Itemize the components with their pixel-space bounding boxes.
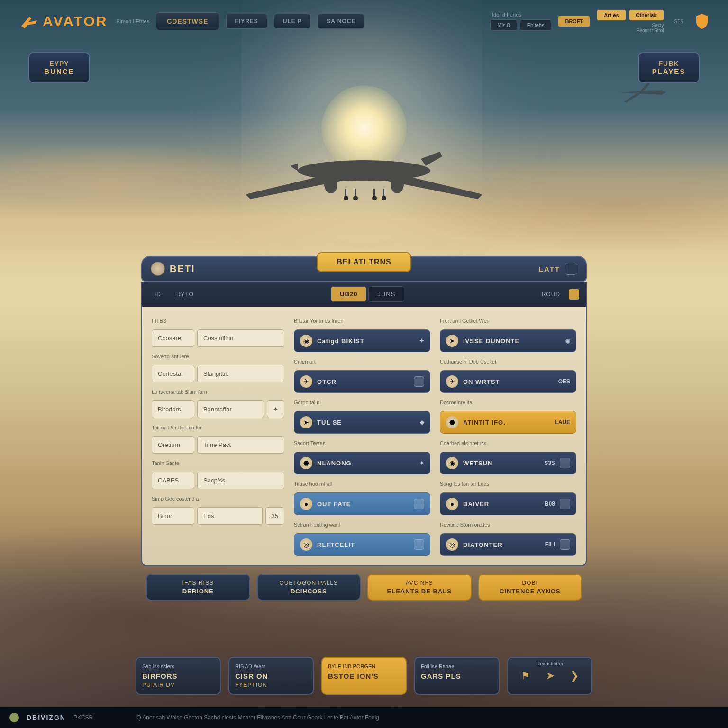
foot-ouetogon[interactable]: OUETOGON PALLSDCIHCOSS (257, 574, 361, 601)
card-birfors[interactable]: Sag iss sciersBIRFORSPUIAIR DV (136, 657, 221, 695)
page-footer: DBIVIZGN PKCSR Q Anor sah Whise Gecton S… (0, 707, 728, 728)
hero-plane (222, 114, 506, 209)
row-otcr[interactable]: ✈OTCR (294, 370, 430, 393)
bird-icon (19, 12, 38, 31)
field-cossmilinn[interactable]: Cossmilinn (197, 329, 284, 347)
field-birodors[interactable]: Birodors (152, 400, 194, 418)
footer-links[interactable]: Q Anor sah Whise Gecton Sachd clests Mca… (136, 714, 379, 721)
foot-ifas[interactable]: IFAS RISSDERIONE (146, 574, 250, 601)
panel-header: BETI BELATI TRNS LATT (141, 256, 587, 282)
card-cisron[interactable]: RIS AD WersCISR ONFYEPTION (228, 657, 314, 695)
tab-roud[interactable]: ROUD (536, 288, 566, 300)
pill-broft[interactable]: BROFT (558, 16, 590, 27)
action-column-2: Frert aml Getket Wen ➤IVSSE DUNONTE◉ Cot… (440, 316, 576, 556)
flag-icon: ⚑ (521, 670, 530, 682)
field-eds[interactable]: Eds (197, 507, 263, 525)
meta-sts: STS (674, 19, 683, 24)
arrow-icon: ➤ (546, 670, 555, 682)
svg-point-8 (353, 196, 358, 200)
field-coosare[interactable]: Coosare (152, 329, 194, 347)
chevron-icon: ❯ (570, 670, 579, 682)
nav-fiyres[interactable]: FIYRES (226, 14, 267, 29)
panel-title-right: LATT (539, 265, 560, 273)
pill-ebitebs[interactable]: Ebitebs (520, 19, 552, 31)
footer-brand: DBIVIZGN (27, 714, 66, 721)
panel-title-center[interactable]: BELATI TRNS (317, 252, 411, 272)
hero-left-button[interactable]: EYPY BUNCE (28, 52, 90, 83)
footer-logo-icon (9, 713, 19, 722)
brand-name: AVATOR (43, 13, 108, 29)
pill-ctherlak[interactable]: Ctherlak (629, 9, 664, 21)
tab-badge[interactable] (569, 289, 579, 300)
globe-icon (151, 262, 165, 276)
svg-point-1 (324, 174, 337, 193)
panel-footer: IFAS RISSDERIONE OUETOGON PALLSDCIHCOSS … (141, 566, 587, 604)
field-slangittik[interactable]: Slangittik (197, 365, 284, 382)
hero-right-button[interactable]: FUBK PLAYES (638, 52, 700, 83)
row-onwrtst[interactable]: ✈ON WRTSTOES (440, 370, 576, 393)
field-35[interactable]: 35 (265, 507, 284, 525)
row-diatonter[interactable]: ◎DIATONTERFILI (440, 533, 576, 556)
hero-buttons: EYPY BUNCE FUBK PLAYES (0, 43, 728, 92)
panel-tabs: ID RYTO UB20 JUNS ROUD (141, 282, 587, 307)
panel-title-left: BETI (170, 264, 195, 274)
form-column: FITBS CoosareCossmilinn Soverto anfuere … (152, 316, 284, 556)
row-nlanong[interactable]: ⬣NLANONG✦ (294, 452, 430, 474)
field-sacpfss[interactable]: Sacpfss (197, 472, 284, 489)
tab-juns[interactable]: JUNS (368, 286, 404, 302)
field-banntaffar[interactable]: Banntaffar (197, 400, 264, 418)
shield-icon[interactable] (695, 13, 709, 30)
field-oretiurn[interactable]: Oretiurn (152, 436, 194, 454)
svg-point-2 (391, 174, 404, 193)
row-outfate[interactable]: ●OUT FATE (294, 492, 430, 515)
panel-badge[interactable] (565, 263, 577, 275)
row-rlftcelit[interactable]: ◎RLFTCELIT (294, 533, 430, 556)
svg-point-10 (382, 196, 386, 200)
row-baiver[interactable]: ●BAIVERB08 (440, 492, 576, 515)
brand-tagline: Pirand I Efrtes (116, 18, 149, 24)
nav-ulep[interactable]: ULE P (274, 14, 311, 29)
row-tulse[interactable]: ➤TUL SE◆ (294, 411, 430, 434)
action-column-1: Bilutar Yontn ds Inren ◉Cafigd BIKIST✦ C… (294, 316, 430, 556)
panel-body: FITBS CoosareCossmilinn Soverto anfuere … (141, 307, 587, 566)
foot-avcnfs[interactable]: AVC NFSELEANTS DE BALS (367, 574, 472, 601)
card-gars[interactable]: Foli ise RanaeGARS PLS (414, 657, 500, 695)
card-icons[interactable]: Rex istibifer ⚑ ➤ ❯ (507, 657, 592, 695)
field-cabes[interactable]: CABES (152, 472, 194, 489)
svg-point-7 (344, 196, 348, 200)
tab-id[interactable]: ID (149, 288, 167, 300)
top-meta: lder d Fertes (492, 12, 551, 18)
row-ivsse[interactable]: ➤IVSSE DUNONTE◉ (440, 329, 576, 352)
nav-sanoce[interactable]: SA NOCE (318, 14, 364, 29)
footer-t1: PKCSR (73, 714, 93, 721)
header: AVATOR Pirand I Efrtes CDESTWSE FIYRES U… (0, 0, 728, 43)
main-panel: BETI BELATI TRNS LATT ID RYTO UB20 JUNS … (141, 256, 587, 604)
bottom-cards: Sag iss sciersBIRFORSPUIAIR DV RIS AD We… (136, 657, 592, 695)
tab-ryto[interactable]: RYTO (171, 288, 200, 300)
field-timepact[interactable]: Time Pact (197, 436, 284, 454)
pill-artes[interactable]: Art es (597, 9, 626, 21)
svg-point-9 (372, 196, 377, 200)
pill-mis[interactable]: Mis 8 (490, 19, 517, 31)
row-atintit[interactable]: ⬣ATINTIT IFO.LAUE (440, 411, 576, 434)
foot-dobi[interactable]: DOBICINTENCE AYNOS (478, 574, 582, 601)
nav-cdestwse[interactable]: CDESTWSE (156, 12, 219, 30)
tab-ub20[interactable]: UB20 (331, 286, 366, 302)
field-corfestal[interactable]: Corfestal (152, 365, 194, 382)
row-cafigd[interactable]: ◉Cafigd BIKIST✦ (294, 329, 430, 352)
card-bstoe[interactable]: BYLE INB PORGENBSTOE ION'S (321, 657, 407, 695)
row-wetsun[interactable]: ◉WETSUNS3S (440, 452, 576, 474)
field-binor[interactable]: Binor (152, 507, 194, 525)
meta-sexty: SextyPeont ft Strol (601, 23, 664, 33)
logo[interactable]: AVATOR (19, 12, 108, 31)
